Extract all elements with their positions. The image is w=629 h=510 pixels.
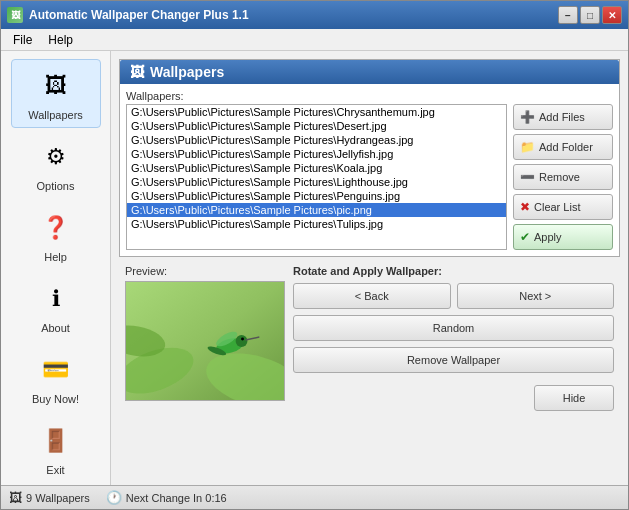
sidebar-label-exit: Exit (46, 464, 64, 476)
wallpapers-section: Wallpapers: G:\Users\Public\Pictures\Sam… (120, 84, 619, 256)
preview-image (125, 281, 285, 401)
list-item[interactable]: G:\Users\Public\Pictures\Sample Pictures… (127, 217, 506, 231)
status-next-change: 🕐 Next Change In 0:16 (106, 490, 227, 505)
add-folder-button[interactable]: 📁 Add Folder (513, 134, 613, 160)
sidebar-label-about: About (41, 322, 70, 334)
sidebar-label-options: Options (37, 180, 75, 192)
clear-list-icon: ✖ (520, 200, 530, 214)
panel-header: 🖼 Wallpapers (120, 60, 619, 84)
bottom-section: Preview: (119, 265, 620, 417)
add-files-button[interactable]: ➕ Add Files (513, 104, 613, 130)
title-bar: 🖼 Automatic Wallpaper Changer Plus 1.1 −… (1, 1, 628, 29)
status-clock-icon: 🕐 (106, 490, 122, 505)
back-button[interactable]: < Back (293, 283, 451, 309)
preview-label: Preview: (125, 265, 285, 277)
wallpapers-panel: 🖼 Wallpapers Wallpapers: G:\Users\Public… (119, 59, 620, 257)
maximize-button[interactable]: □ (580, 6, 600, 24)
preview-area: Preview: (125, 265, 285, 411)
list-item[interactable]: G:\Users\Public\Pictures\Sample Pictures… (127, 133, 506, 147)
sidebar-item-options[interactable]: ⚙ Options (11, 130, 101, 199)
add-folder-icon: 📁 (520, 140, 535, 154)
add-files-icon: ➕ (520, 110, 535, 124)
sidebar-item-about[interactable]: ℹ About (11, 272, 101, 341)
sidebar-label-help: Help (44, 251, 67, 263)
wallpapers-icon: 🖼 (36, 66, 76, 106)
preview-svg (126, 281, 284, 401)
minimize-button[interactable]: − (558, 6, 578, 24)
remove-wallpaper-button[interactable]: Remove Wallpaper (293, 347, 614, 373)
remove-label: Remove (539, 171, 580, 183)
list-item[interactable]: G:\Users\Public\Pictures\Sample Pictures… (127, 105, 506, 119)
list-item[interactable]: G:\Users\Public\Pictures\Sample Pictures… (127, 203, 506, 217)
close-button[interactable]: ✕ (602, 6, 622, 24)
status-wallpaper-count: 🖼 9 Wallpapers (9, 490, 90, 505)
window-controls: − □ ✕ (558, 6, 622, 24)
menu-help[interactable]: Help (40, 31, 81, 49)
rotate-label: Rotate and Apply Wallpaper: (293, 265, 614, 277)
svg-point-9 (241, 338, 244, 341)
menu-file[interactable]: File (5, 31, 40, 49)
status-count-label: 9 Wallpapers (26, 492, 90, 504)
app-window: 🖼 Automatic Wallpaper Changer Plus 1.1 −… (0, 0, 629, 510)
list-item[interactable]: G:\Users\Public\Pictures\Sample Pictures… (127, 147, 506, 161)
sidebar-item-exit[interactable]: 🚪 Exit (11, 414, 101, 483)
list-item[interactable]: G:\Users\Public\Pictures\Sample Pictures… (127, 189, 506, 203)
panel-icon: 🖼 (130, 64, 144, 80)
sidebar-item-help[interactable]: ❓ Help (11, 201, 101, 270)
clear-list-button[interactable]: ✖ Clear List (513, 194, 613, 220)
main-content: 🖼 Wallpapers ⚙ Options ❓ Help ℹ About 💳 … (1, 51, 628, 485)
status-wallpaper-icon: 🖼 (9, 490, 22, 505)
remove-icon: ➖ (520, 170, 535, 184)
rotate-section: Rotate and Apply Wallpaper: < Back Next … (293, 265, 614, 411)
sidebar-item-wallpapers[interactable]: 🖼 Wallpapers (11, 59, 101, 128)
file-list-label: Wallpapers: (126, 90, 507, 102)
add-files-label: Add Files (539, 111, 585, 123)
sidebar-label-buynow: Buy Now! (32, 393, 79, 405)
exit-icon: 🚪 (36, 421, 76, 461)
apply-icon: ✔ (520, 230, 530, 244)
file-list-container: Wallpapers: G:\Users\Public\Pictures\Sam… (126, 90, 507, 250)
list-item[interactable]: G:\Users\Public\Pictures\Sample Pictures… (127, 175, 506, 189)
content-area: 🖼 Wallpapers Wallpapers: G:\Users\Public… (111, 51, 628, 485)
sidebar-label-wallpapers: Wallpapers (28, 109, 83, 121)
action-buttons: ➕ Add Files 📁 Add Folder ➖ Remove ✖ (513, 90, 613, 250)
remove-button[interactable]: ➖ Remove (513, 164, 613, 190)
nav-buttons: < Back Next > (293, 283, 614, 309)
apply-button[interactable]: ✔ Apply (513, 224, 613, 250)
status-next-label: Next Change In 0:16 (126, 492, 227, 504)
file-list[interactable]: G:\Users\Public\Pictures\Sample Pictures… (126, 104, 507, 250)
menu-bar: File Help (1, 29, 628, 51)
help-icon: ❓ (36, 208, 76, 248)
options-icon: ⚙ (36, 137, 76, 177)
about-icon: ℹ (36, 279, 76, 319)
svg-point-5 (236, 335, 248, 347)
list-item[interactable]: G:\Users\Public\Pictures\Sample Pictures… (127, 161, 506, 175)
status-bar: 🖼 9 Wallpapers 🕐 Next Change In 0:16 (1, 485, 628, 509)
window-title: Automatic Wallpaper Changer Plus 1.1 (29, 8, 558, 22)
list-item[interactable]: G:\Users\Public\Pictures\Sample Pictures… (127, 119, 506, 133)
buynow-icon: 💳 (36, 350, 76, 390)
sidebar: 🖼 Wallpapers ⚙ Options ❓ Help ℹ About 💳 … (1, 51, 111, 485)
add-folder-label: Add Folder (539, 141, 593, 153)
clear-list-label: Clear List (534, 201, 580, 213)
app-icon: 🖼 (7, 7, 23, 23)
hide-button[interactable]: Hide (534, 385, 614, 411)
apply-label: Apply (534, 231, 562, 243)
panel-title: Wallpapers (150, 64, 224, 80)
next-button[interactable]: Next > (457, 283, 615, 309)
random-button[interactable]: Random (293, 315, 614, 341)
sidebar-item-buynow[interactable]: 💳 Buy Now! (11, 343, 101, 412)
